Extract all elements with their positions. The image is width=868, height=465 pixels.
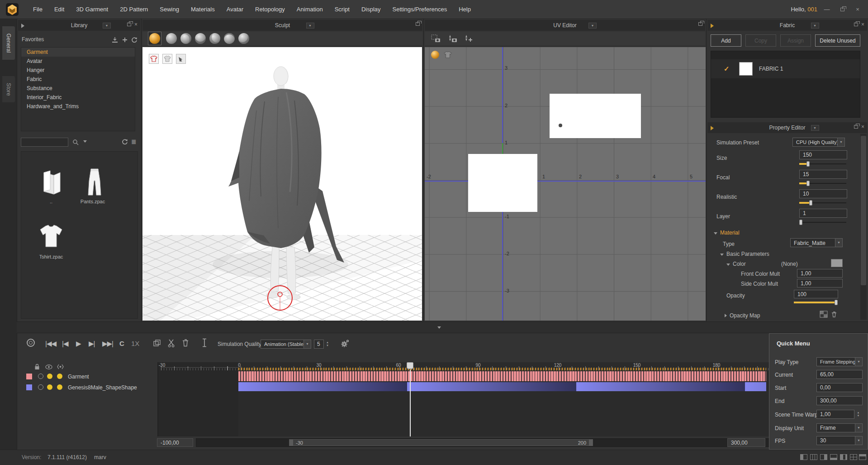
insert-cursor-icon[interactable] xyxy=(202,338,207,347)
play-button[interactable]: ▶ xyxy=(76,340,81,348)
float-panel-icon[interactable] xyxy=(127,23,131,26)
thumb-right-grip[interactable] xyxy=(589,440,593,446)
favorite-item-hardware-and-trims[interactable]: Hardware_and_Trims xyxy=(21,102,135,111)
collapse-arrow-icon[interactable] xyxy=(437,326,441,329)
layout-preset-icon[interactable] xyxy=(830,454,837,460)
pants-thumbnail[interactable] xyxy=(81,167,108,198)
track-row-genesis[interactable]: Genesis8Male_ShapeShape xyxy=(17,382,157,393)
favorite-item-avatar[interactable]: Avatar xyxy=(21,57,135,66)
fabric-copy-button[interactable]: Copy xyxy=(745,34,776,47)
color-swatch[interactable] xyxy=(831,259,843,267)
panel-collapse-icon[interactable] xyxy=(711,24,714,28)
opacity-map-delete-button[interactable] xyxy=(830,311,838,318)
menu-materials[interactable]: Materials xyxy=(185,3,221,15)
show-3d-garment-toggle[interactable] xyxy=(149,54,159,64)
delete-keyframe-icon[interactable] xyxy=(182,339,189,347)
close-panel-icon[interactable]: × xyxy=(134,22,138,27)
loop-button[interactable]: C xyxy=(119,340,124,347)
duplicate-keyframe-icon[interactable] xyxy=(153,339,161,347)
fabric-assign-button[interactable]: Assign xyxy=(780,34,811,47)
float-panel-icon[interactable] xyxy=(854,125,858,129)
layout-preset-icon[interactable] xyxy=(810,454,817,460)
color-section[interactable]: Color xyxy=(726,261,746,267)
menu-script[interactable]: Script xyxy=(329,3,356,15)
opacity-slider[interactable] xyxy=(794,300,838,305)
layer-slider[interactable] xyxy=(799,220,846,225)
property-editor-menu-dropdown[interactable]: ▼ xyxy=(811,125,819,131)
lock-tracks-icon[interactable] xyxy=(34,364,40,370)
menu-display[interactable]: Display xyxy=(356,3,387,15)
layout-preset-icon[interactable] xyxy=(859,454,866,460)
keyframes-genesis[interactable] xyxy=(238,382,766,391)
thumb-left-grip[interactable] xyxy=(289,440,293,446)
playhead-handle[interactable] xyxy=(407,362,413,369)
scene-time-warp-input[interactable]: 1,00 xyxy=(816,410,854,419)
focal-input[interactable]: 15 xyxy=(799,170,847,179)
parent-folder-icon[interactable] xyxy=(38,169,64,197)
basic-parameters-section[interactable]: Basic Parameters xyxy=(720,251,769,257)
uv-panel-menu-dropdown[interactable]: ▼ xyxy=(588,23,597,29)
library-panel-menu-dropdown[interactable]: ▼ xyxy=(103,23,111,29)
file-label[interactable]: Pants.zpac xyxy=(81,199,105,204)
timeline-scrollbar[interactable]: -30 200 xyxy=(196,438,770,447)
viewport-tool-toggle[interactable] xyxy=(176,54,186,64)
step-spinner[interactable]: ▲▼ xyxy=(325,340,330,349)
current-frame-input[interactable]: 65,00 xyxy=(816,370,863,379)
side-color-mult-input[interactable]: 1,00 xyxy=(797,279,843,288)
sculpt-brush-cage-icon[interactable] xyxy=(224,33,235,44)
size-input[interactable]: 150 xyxy=(799,150,847,159)
fabric-panel-menu-dropdown[interactable]: ▼ xyxy=(811,23,819,29)
fabric-swatch[interactable] xyxy=(739,62,753,76)
sculpt-brush-smooth-icon[interactable] xyxy=(166,33,177,44)
timeline-scrollbar-thumb[interactable]: -30 200 xyxy=(289,439,593,446)
realistic-slider[interactable] xyxy=(799,200,846,206)
menu-avatar[interactable]: Avatar xyxy=(221,3,249,15)
go-to-start-button[interactable]: |◀◀ xyxy=(45,340,56,348)
favorite-item-garment[interactable]: Garment xyxy=(21,48,135,57)
import-icon[interactable] xyxy=(111,36,119,43)
timeline-collapse-strip[interactable] xyxy=(17,321,868,333)
uv-canvas[interactable]: -2 1 2 3 4 5 3 2 1 -1 -2 -3 xyxy=(425,47,706,321)
go-to-end-button[interactable]: ▶▶| xyxy=(102,340,113,348)
sculpt-brush-noise-icon[interactable] xyxy=(238,33,249,44)
menu-sewing[interactable]: Sewing xyxy=(154,3,185,15)
layout-preset-icon[interactable] xyxy=(840,454,847,460)
uv-texture-view-icon[interactable] xyxy=(431,51,439,59)
keyframe-area[interactable]: -30 0 30 60 90 120 150 180 xyxy=(158,362,769,436)
layer-input[interactable]: 1 xyxy=(799,209,847,218)
list-view-icon[interactable]: ≣ xyxy=(131,138,137,145)
close-button[interactable]: × xyxy=(852,6,863,13)
3d-viewport[interactable] xyxy=(142,47,422,321)
close-panel-icon[interactable]: × xyxy=(861,22,864,27)
track-record-toggle[interactable] xyxy=(38,384,43,390)
favorite-item-substance[interactable]: Substance xyxy=(21,84,135,93)
scrollbar-thumb[interactable] xyxy=(861,136,866,285)
sculpt-brush-strands-icon[interactable] xyxy=(195,33,206,44)
simulation-settings-gear-icon[interactable] xyxy=(340,338,350,348)
favorite-item-interior-fabric[interactable]: Interior_Fabric xyxy=(21,93,135,102)
search-icon[interactable] xyxy=(72,139,79,146)
favorite-item-hanger[interactable]: Hanger xyxy=(21,66,135,75)
track-record-toggle[interactable] xyxy=(38,374,43,379)
tshirt-thumbnail[interactable] xyxy=(37,223,66,250)
display-unit-dropdown[interactable]: Frame▼ xyxy=(816,423,863,432)
menu-3d-garment[interactable]: 3D Garment xyxy=(70,3,114,15)
rail-tab-general[interactable]: General xyxy=(2,26,15,60)
layout-preset-icon[interactable] xyxy=(850,454,857,460)
uv-garment-view-icon[interactable] xyxy=(444,51,452,58)
visibility-tracks-icon[interactable] xyxy=(45,364,52,369)
fps-dropdown[interactable]: 30▼ xyxy=(816,436,863,445)
fabric-add-button[interactable]: Add xyxy=(711,34,741,47)
property-editor-scrollbar[interactable] xyxy=(860,134,867,320)
play-type-dropdown[interactable]: Frame Stepping▼ xyxy=(816,357,863,366)
library-search-input[interactable] xyxy=(21,138,68,147)
show-avatar-toggle[interactable] xyxy=(162,54,172,64)
focal-slider[interactable] xyxy=(799,181,846,186)
material-section-header[interactable]: Material xyxy=(714,230,740,236)
simulation-step-input[interactable]: 5 xyxy=(314,340,324,349)
playback-speed-button[interactable]: 1X xyxy=(131,340,139,347)
file-label[interactable]: .. xyxy=(50,199,52,204)
rail-tab-store[interactable]: Store xyxy=(2,76,15,102)
panel-collapse-icon[interactable] xyxy=(21,24,24,28)
brush-selected-frame[interactable] xyxy=(148,32,161,45)
